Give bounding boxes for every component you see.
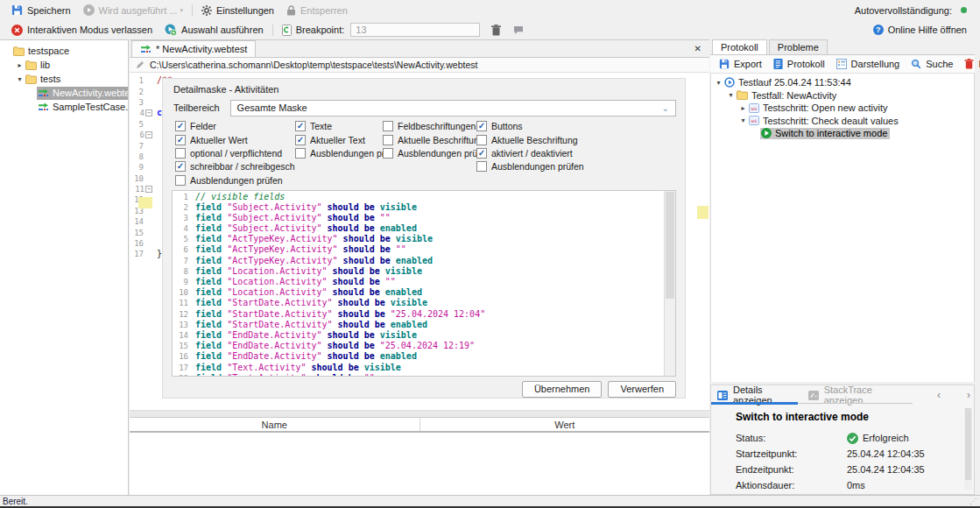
column-header-wert[interactable]: Wert [420, 418, 710, 431]
unchecked-checkbox-icon [383, 121, 393, 131]
fold-icon[interactable]: − [145, 186, 152, 193]
scrollbar-thumb[interactable] [666, 192, 674, 300]
tab-details-anzeigen[interactable]: Details anzeigen [717, 385, 789, 405]
tab-newactivity-webtest[interactable]: * NewActivity.webtest [131, 40, 256, 57]
unchecked-checkbox-icon [383, 135, 393, 145]
unchecked-checkbox-icon [476, 161, 487, 172]
details-scrollbar[interactable] [964, 408, 972, 490]
tree-item-sampletestcase-webtest[interactable]: SampleTestCase.webtest [0, 100, 128, 114]
change-mark [138, 197, 152, 208]
checkbox-ausblendungen-pr-fen[interactable]: Ausblendungen prüfen [476, 160, 676, 173]
export-button[interactable]: Export [715, 59, 766, 69]
checkbox-buttons[interactable]: ✓Buttons [476, 120, 676, 133]
discard-button[interactable]: Verwerfen [608, 381, 676, 398]
svg-text:ws: ws [751, 105, 758, 111]
status-text: Bereit. [3, 497, 28, 506]
checkbox-optional-verpflichtend[interactable]: optional / verpflichtend [175, 146, 295, 159]
fold-icon[interactable]: − [145, 131, 152, 138]
checkbox-ausblendungen-pr-fen[interactable]: Ausblendungen prüfen [383, 146, 476, 159]
tree-item-switch-to-interactive-mode[interactable]: Switch to interactive mode [711, 127, 974, 140]
checkbox-feldbeschriftungen[interactable]: Feldbeschriftungen [383, 120, 476, 133]
checked-checkbox-icon: ✓ [175, 121, 186, 131]
close-editor-icon[interactable]: ✕ [694, 44, 702, 53]
suche-button[interactable]: Suche [906, 59, 957, 69]
details-body: Switch to interactive mode Status:Erfolg… [711, 405, 974, 493]
checkbox-ausblendungen-pr-fen[interactable]: Ausblendungen prüfen [175, 173, 295, 187]
editor-area: * NewActivity.webtest ✕ C:\Users\catheri… [130, 39, 709, 495]
tab-probleme[interactable]: Probleme [769, 39, 828, 54]
protocol-tree: ▾Testlauf 25.04.24 11:53:44▾Testfall: Ne… [710, 74, 975, 382]
detail-row-aktionsdauer: Aktionsdauer:0ms [736, 477, 962, 493]
tree-collapse-icon[interactable]: ▾ [738, 116, 748, 124]
tree-item-testschritt-open-new-activity[interactable]: ▸wsTestschritt: Open new activity [711, 102, 974, 115]
assertion-line: field "StartDate.Activity" should be vis… [195, 298, 664, 308]
folder-icon [25, 60, 37, 70]
tree-item-lib[interactable]: ▸lib [0, 58, 128, 72]
breakpoint-input[interactable] [350, 23, 480, 37]
protokoll-button[interactable]: Protokoll [769, 59, 829, 69]
close-circle-icon [11, 25, 23, 36]
assertion-code-editor[interactable]: 123456789101112131415161718 // visible f… [172, 190, 676, 377]
tab-stacktrace-anzeigen[interactable]: StackTrace anzeigen [808, 385, 895, 405]
change-mark [697, 206, 709, 219]
column-header-name[interactable]: Name [130, 418, 420, 431]
nav-prev-icon[interactable]: ‹ [934, 389, 944, 401]
checkbox-aktuelle-beschriftung[interactable]: Aktuelle Beschriftung [476, 133, 676, 146]
tree-item-testlauf-25-04-24-11-53-44[interactable]: ▾Testlauf 25.04.24 11:53:44 [711, 76, 974, 89]
tree-item-testspace[interactable]: testspace [0, 44, 128, 58]
assertion-line: field "ActTypeKey.Activity" should be vi… [195, 234, 664, 244]
tree-item-tests[interactable]: ▾tests [0, 72, 128, 86]
tree-collapse-icon[interactable]: ▾ [15, 75, 25, 83]
assertion-line: // visible fields [195, 192, 664, 202]
run-selection-button[interactable]: Auswahl ausführen [159, 21, 270, 39]
tree-expand-icon[interactable]: ▸ [738, 104, 748, 112]
webtest-icon [38, 88, 49, 98]
section-combobox[interactable]: Gesamte Maske ⌄ [230, 100, 676, 116]
leave-interactive-mode-button[interactable]: Interaktiven Modus verlassen [5, 21, 159, 39]
settings-button[interactable]: Einstellungen [195, 2, 280, 19]
trash-icon [491, 25, 501, 36]
gear-icon [201, 5, 212, 16]
playgreen-icon [761, 128, 772, 138]
comment-bubble-button[interactable] [507, 21, 530, 39]
checkbox-aktueller-text[interactable]: ✓Aktueller Text [295, 133, 383, 146]
darstellung-button[interactable]: Darstellung [832, 59, 905, 69]
online-help-button[interactable]: ? Online Hilfe öffnen [867, 21, 973, 39]
fold-icon[interactable]: − [145, 109, 152, 116]
project-tree: testspace▸lib▾testsNewActivity.webtestSa… [0, 44, 128, 114]
tree-item-testschritt-check-deault-values[interactable]: ▾wsTestschritt: Check deault values [711, 115, 974, 128]
apply-button[interactable]: Übernehmen [522, 381, 603, 398]
checkbox-aktuelle-beschriftung[interactable]: Aktuelle Beschriftung [383, 133, 476, 146]
tab-protokoll[interactable]: Protokoll [712, 39, 767, 54]
checkbox-felder[interactable]: ✓Felder [175, 120, 295, 133]
edit-pencil-icon [136, 60, 145, 69]
tree-collapse-icon[interactable]: ▾ [714, 79, 723, 87]
protocol-panel: Protokoll Probleme ExportProtokollDarste… [710, 39, 975, 495]
checkbox-aktueller-wert[interactable]: ✓Aktueller Wert [175, 133, 295, 146]
checkbox-schreibbar-schreibgesch-tzt[interactable]: ✓schreibbar / schreibgeschützt [175, 160, 295, 173]
checkbox-aktiviert-deaktiviert[interactable]: ✓aktiviert / deaktiviert [476, 146, 676, 159]
file-path-bar: C:\Users\catherina.schomann\Desktop\temp… [130, 58, 709, 73]
checkbox-texte[interactable]: ✓Texte [295, 120, 383, 133]
protokoll-leeren-button[interactable]: Protokoll leeren [960, 59, 980, 69]
tree-item-testfall-newactivity[interactable]: ▾Testfall: NewActivity [711, 89, 974, 102]
resize-grip-icon[interactable]: ⋰ [969, 497, 977, 505]
step-icon: ws [749, 103, 759, 113]
tree-item-newactivity-webtest[interactable]: NewActivity.webtest [0, 86, 128, 100]
save-button[interactable]: Speichern [5, 2, 77, 19]
editor-hscrollbar[interactable] [130, 410, 709, 417]
unchecked-checkbox-icon [295, 148, 306, 159]
file-path: C:\Users\catherina.schomann\Desktop\temp… [150, 60, 477, 70]
checkbox-ausblendungen-pr-fen[interactable]: Ausblendungen prüfen [295, 146, 383, 159]
delete-breakpoint-button[interactable] [485, 21, 507, 39]
tree-collapse-icon[interactable]: ▾ [726, 91, 736, 99]
search-icon [911, 59, 921, 69]
assertion-code: // visible fieldsfield "Subject.Activity… [191, 191, 664, 376]
code-scrollbar[interactable] [664, 191, 675, 376]
nav-next-icon[interactable]: › [963, 389, 974, 401]
doc-icon [773, 59, 783, 69]
scrollbar-thumb[interactable] [965, 408, 971, 480]
tree-expand-icon[interactable]: ▸ [15, 61, 25, 69]
details-rows: Status:ErfolgreichStartzeitpunkt:25.04.2… [736, 430, 962, 493]
code-editor[interactable]: 1234−56−7891011−121314151617 /** * *cl} … [130, 73, 709, 410]
